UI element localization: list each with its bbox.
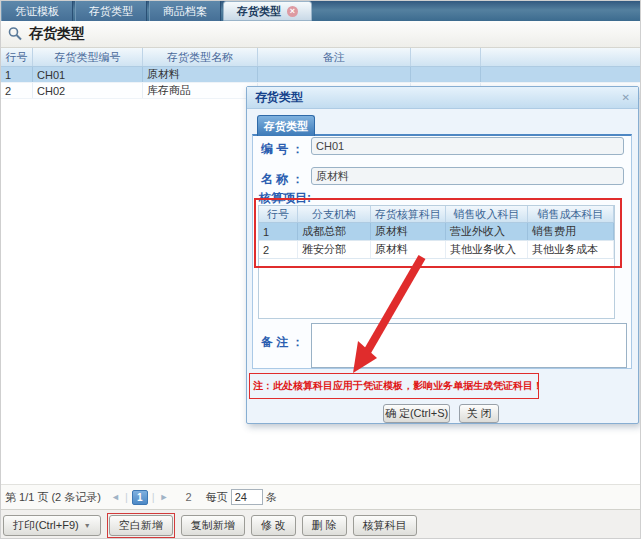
search-icon xyxy=(7,26,23,42)
tab-inventory-type-active[interactable]: 存货类型 × xyxy=(223,1,312,21)
dialog-title: 存货类型 xyxy=(255,89,303,106)
copy-new-button[interactable]: 复制新增 xyxy=(181,515,245,536)
header-type-code[interactable]: 存货类型编号 xyxy=(33,48,143,66)
ok-button[interactable]: 确 定(Ctrl+S) xyxy=(383,404,450,423)
per-page-unit: 条 xyxy=(266,490,277,505)
pagination-separator: | xyxy=(125,491,128,503)
grid-header-inventory-subject[interactable]: 存货核算科目 xyxy=(371,206,446,222)
page-title: 存货类型 xyxy=(29,25,85,43)
cell-type-code: CH02 xyxy=(33,83,143,98)
tab-label: 存货类型 xyxy=(89,4,133,19)
bottom-toolbar: 打印(Ctrl+F9) ▼ 空白新增 复制新增 修 改 删 除 核算科目 xyxy=(1,509,641,539)
tab-voucher-template[interactable]: 凭证模板 xyxy=(1,1,73,21)
header-filler xyxy=(481,48,641,66)
next-page-icon[interactable]: ► xyxy=(160,492,169,502)
grid-header-row: 行号 分支机构 存货核算科目 销售收入科目 销售成本科目 xyxy=(259,206,614,223)
header-type-name[interactable]: 存货类型名称 xyxy=(143,48,258,66)
pagination-bar: 第 1/1 页 (2 条记录) ◄ | 1 | ► 2 每页 条 xyxy=(1,484,641,509)
grid-row[interactable]: 2 雅安分部 原材料 其他业务收入 其他业务成本 xyxy=(259,241,614,259)
remark-textarea[interactable] xyxy=(311,323,627,368)
header-filler xyxy=(411,48,481,66)
remark-label: 备 注 ： xyxy=(261,334,304,351)
close-button[interactable]: 关 闭 xyxy=(459,404,499,423)
new-blank-button[interactable]: 空白新增 xyxy=(109,515,173,536)
header-remark[interactable]: 备注 xyxy=(258,48,411,66)
cell-type-code: CH01 xyxy=(33,67,143,82)
per-page-label: 每页 xyxy=(206,490,228,505)
per-page-input[interactable] xyxy=(231,489,263,505)
accounting-grid: 行号 分支机构 存货核算科目 销售收入科目 销售成本科目 1 成都总部 原材料 … xyxy=(258,205,615,319)
top-tabbar: 凭证模板 存货类型 商品档案 存货类型 × xyxy=(1,1,641,21)
dropdown-caret-icon: ▼ xyxy=(84,522,91,529)
name-label: 名 称 ： xyxy=(261,171,304,188)
header-row-no[interactable]: 行号 xyxy=(1,48,33,66)
page-titlebar: 存货类型 xyxy=(1,21,641,48)
dialog-tab-inventory-type[interactable]: 存货类型 xyxy=(257,115,315,136)
tab-close-icon[interactable]: × xyxy=(287,6,298,17)
grid-header-branch[interactable]: 分支机构 xyxy=(298,206,371,222)
cell-row-no: 1 xyxy=(1,67,33,82)
table-header-row: 行号 存货类型编号 存货类型名称 备注 xyxy=(1,48,641,67)
page-extra[interactable]: 2 xyxy=(186,491,192,503)
pagination-info: 第 1/1 页 (2 条记录) xyxy=(5,490,101,505)
app-window: 凭证模板 存货类型 商品档案 存货类型 × 存货类型 行号 存货类型编号 存货类… xyxy=(0,0,641,539)
tab-product-archive[interactable]: 商品档案 xyxy=(149,1,221,21)
dialog-close-icon[interactable]: ✕ xyxy=(622,93,630,103)
pagination-separator: | xyxy=(152,491,155,503)
modify-button[interactable]: 修 改 xyxy=(251,515,296,536)
dialog-titlebar[interactable]: 存货类型 ✕ xyxy=(247,87,638,109)
annotation-note: 注：此处核算科目应用于凭证模板，影响业务单据生成凭证科目！ xyxy=(249,373,539,399)
current-page-button[interactable]: 1 xyxy=(132,490,148,505)
annotation-box-new-blank: 空白新增 xyxy=(107,513,175,538)
cell-type-name: 原材料 xyxy=(143,67,258,82)
print-button[interactable]: 打印(Ctrl+F9) ▼ xyxy=(3,515,101,536)
tab-inventory-type[interactable]: 存货类型 xyxy=(75,1,147,21)
cell-type-name: 库存商品 xyxy=(143,83,258,98)
grid-header-row-no[interactable]: 行号 xyxy=(259,206,298,222)
tab-label: 商品档案 xyxy=(163,4,207,19)
prev-page-icon[interactable]: ◄ xyxy=(111,492,120,502)
grid-header-revenue-subject[interactable]: 销售收入科目 xyxy=(446,206,528,222)
accounting-subject-button[interactable]: 核算科目 xyxy=(353,515,417,536)
table-row[interactable]: 1 CH01 原材料 xyxy=(1,67,641,83)
inventory-type-dialog: 存货类型 ✕ 存货类型 编 号 ： 名 称 ： 核算项目: 行号 分支机构 存货… xyxy=(246,86,639,424)
cell-remark xyxy=(258,67,411,82)
cell-row-no: 2 xyxy=(1,83,33,98)
grid-header-cost-subject[interactable]: 销售成本科目 xyxy=(528,206,614,222)
code-input[interactable] xyxy=(311,137,624,155)
grid-row[interactable]: 1 成都总部 原材料 营业外收入 销售费用 xyxy=(259,223,614,241)
code-label: 编 号 ： xyxy=(261,141,304,158)
name-input[interactable] xyxy=(311,167,624,185)
tab-label: 存货类型 xyxy=(237,4,281,19)
delete-button[interactable]: 删 除 xyxy=(302,515,347,536)
tab-label: 凭证模板 xyxy=(15,4,59,19)
